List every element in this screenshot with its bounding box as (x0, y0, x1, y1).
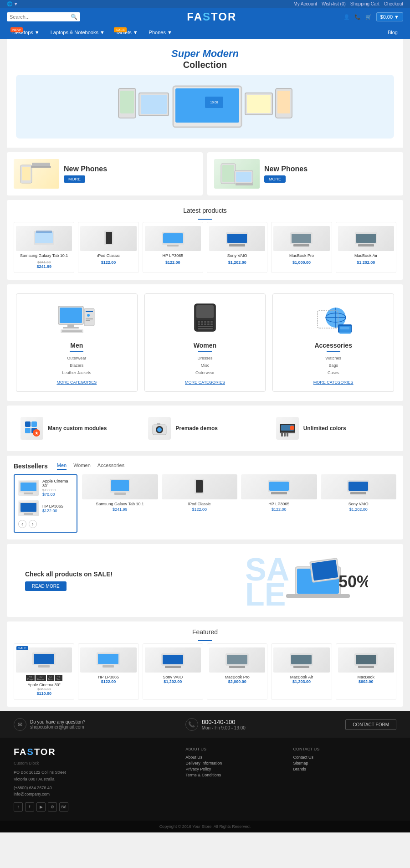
footer-col-about: About Us About Us Delivery Information P… (185, 747, 288, 812)
svg-rect-71 (339, 326, 351, 334)
nav-phones[interactable]: Phones ▼ (144, 26, 178, 39)
category-more-accessories[interactable]: MORE CATEGORIES (280, 380, 387, 385)
svg-rect-110 (286, 594, 350, 598)
footer-link-terms[interactable]: Terms & Conditions (185, 773, 288, 777)
my-account-link[interactable]: My Account (293, 1, 317, 6)
bs-product-0[interactable]: Samsung Galaxy Tab 10.1 $241.99 (82, 474, 158, 533)
footer-main: FASTOR Custom Block PO Box 16122 Collins… (0, 738, 410, 821)
footer-link-brands[interactable]: Brands (293, 767, 396, 771)
search-box[interactable]: 🔍 (7, 12, 80, 21)
promo-more-btn-1[interactable]: MORE (64, 175, 85, 183)
svg-rect-46 (86, 320, 90, 321)
nav-desktops[interactable]: NEW Desktops ▼ (7, 26, 45, 39)
footer-link-contact[interactable]: Contact Us (293, 755, 396, 760)
sale-read-more-btn[interactable]: READ MORE (25, 581, 67, 591)
bs-prev-btn[interactable]: ‹ (18, 520, 26, 528)
svg-rect-23 (36, 231, 52, 233)
featured-item-2[interactable]: Sony VAIO $1,202.00 (143, 643, 203, 700)
svg-rect-45 (86, 318, 93, 319)
promo-devices-svg-1 (18, 161, 55, 186)
svg-rect-112 (311, 560, 338, 581)
product-card-2[interactable]: HP LP3065 $122.00 (143, 222, 203, 273)
bestsellers-title: Bestsellers (14, 462, 48, 470)
github-icon[interactable]: ⚙ (48, 802, 57, 812)
product-card-4[interactable]: MacBook Pro $1,000.00 (271, 222, 332, 273)
phone-icon: 📞 (354, 14, 361, 20)
bestsellers-section: Bestsellers Men Women Accessories Apple … (7, 456, 403, 539)
search-icon[interactable]: 🔍 (71, 14, 77, 20)
footer-social-links: t f ▶ ⚙ Bé (14, 802, 172, 812)
nav-laptops[interactable]: Laptops & Notebooks ▼ (45, 26, 110, 39)
facebook-icon[interactable]: f (25, 802, 34, 812)
product-card-5[interactable]: MacBook Air $1,202.00 (336, 222, 396, 273)
svg-rect-50 (196, 305, 214, 318)
product-name-5: MacBook Air (338, 253, 394, 259)
featured-item-5[interactable]: MacBook $602.00 (336, 643, 396, 700)
wish-list-link[interactable]: Wish-list (0) (322, 1, 346, 6)
promo-devices-svg-2 (219, 161, 255, 186)
svg-rect-54 (204, 321, 206, 323)
footer-question-text: Do you have any question? shopcustomer@g… (30, 719, 85, 729)
product-card-1[interactable]: iPod Classic $122.00 (78, 222, 138, 273)
checkout-link[interactable]: Checkout (384, 1, 403, 6)
contact-question: Do you have any question? (30, 719, 85, 724)
svg-rect-20 (236, 183, 253, 185)
bs-product-name-3: Sony VAIO (321, 502, 397, 506)
footer-link-privacy[interactable]: Privacy Policy (185, 767, 288, 771)
bs-product-1[interactable]: iPod Classic $122.00 (162, 474, 238, 533)
nav-tablets[interactable]: SALE Tablets ▼ (110, 26, 144, 39)
category-divider-women (198, 351, 212, 352)
featured-item-1[interactable]: HP LP3065 $122.00 (78, 643, 138, 700)
behance-icon[interactable]: Bé (59, 802, 68, 812)
header-icons: 👤 📞 🛒 $0.00 ▼ (343, 12, 403, 21)
cart-button[interactable]: $0.00 ▼ (376, 12, 403, 21)
nav-blog[interactable]: Blog (382, 26, 403, 39)
features-grid: ★ Many custom modules Premade demos (14, 412, 396, 444)
bs-product-3[interactable]: Sony VAIO $1,202.00 (321, 474, 397, 533)
twitter-icon[interactable]: t (14, 802, 23, 812)
svg-rect-60 (207, 324, 210, 325)
featured-item-4[interactable]: MacBook Air $1,203.00 (271, 643, 332, 700)
youtube-icon[interactable]: ▶ (36, 802, 46, 812)
category-more-women[interactable]: MORE CATEGORIES (152, 380, 259, 385)
product-name-1: iPod Classic (80, 253, 136, 259)
svg-rect-115 (34, 654, 54, 664)
bs-tab-women[interactable]: Women (73, 462, 91, 470)
site-logo: FASTOR (187, 10, 236, 23)
bs-item-0: Apple Cinema 30" $122.00 $70.00 (18, 479, 73, 497)
bs-product-2[interactable]: HP LP3065 $122.00 (241, 474, 317, 533)
footer-col-title-about: About Us (185, 747, 288, 751)
contact-form-button[interactable]: CONTACT FORM (345, 719, 396, 730)
bs-products-grid: Samsung Galaxy Tab 10.1 $241.99 iPod Cla… (82, 474, 396, 533)
footer-link-sitemap[interactable]: Sitemap (293, 761, 396, 765)
featured-name-4: MacBook Air (273, 675, 329, 679)
bs-tab-accessories[interactable]: Accessories (97, 462, 124, 470)
footer-link-delivery[interactable]: Delivery Information (185, 761, 288, 765)
svg-rect-91 (24, 493, 33, 494)
nav-badge-new: NEW (10, 27, 23, 32)
category-more-men[interactable]: MORE CATEGORIES (23, 380, 130, 385)
footer-link-about-us[interactable]: About Us (185, 755, 288, 760)
promo-image-2 (214, 159, 260, 189)
bs-item-info-1: HP LP3065 $122.00 (42, 504, 63, 513)
category-women: Women Dresses Misc Outerwear MORE CATEGO… (144, 293, 266, 392)
svg-rect-72 (25, 421, 31, 427)
featured-item-3[interactable]: MacBook Pro $2,000.00 (207, 643, 267, 700)
svg-rect-39 (60, 308, 82, 323)
featured-item-0[interactable]: SALE 48Days 10Hours 52Min 44Sec Apple Ci… (14, 643, 74, 700)
bs-tab-men[interactable]: Men (57, 462, 67, 470)
product-card-3[interactable]: Sony VAIO $1,202.00 (207, 222, 267, 273)
sale-heading: Check all products on SALE! (25, 570, 205, 578)
product-card-0[interactable]: Samsung Galaxy Tab 10.1 $241.99 $241.99 (14, 222, 74, 273)
svg-rect-27 (163, 233, 183, 243)
svg-rect-102 (271, 492, 287, 494)
product-name-0: Samsung Galaxy Tab 10.1 (16, 253, 72, 259)
shopping-cart-link[interactable]: Shopping Cart (350, 1, 379, 6)
bs-next-btn[interactable]: › (29, 520, 37, 528)
promo-more-btn-2[interactable]: MORE (264, 175, 286, 183)
featured-price-0: $110.00 (16, 691, 72, 696)
account-icon[interactable]: 👤 (343, 14, 350, 20)
language-selector[interactable]: 🌐 ▼ (7, 1, 18, 6)
search-input[interactable] (10, 14, 69, 20)
email-icon: ✉ (14, 718, 26, 731)
